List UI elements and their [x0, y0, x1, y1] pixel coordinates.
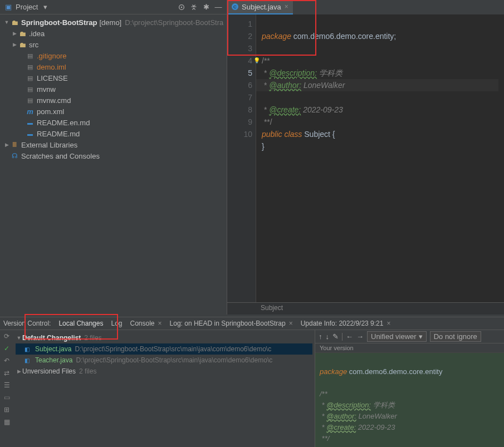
revert-icon[interactable]: ↶ — [4, 357, 9, 365]
file-icon — [26, 85, 35, 94]
close-icon[interactable]: × — [158, 320, 162, 327]
tree-pom[interactable]: pom.xml — [16, 106, 227, 117]
tab-console[interactable]: Console — [130, 320, 154, 327]
tree-src[interactable]: src — [8, 39, 227, 50]
chevron-down-icon: ▾ — [419, 332, 423, 341]
close-icon[interactable]: × — [289, 320, 293, 327]
default-changelist[interactable]: ▼ Default Changelist 2 files — [16, 332, 312, 343]
file-icon — [26, 51, 35, 60]
tree-readme-en[interactable]: README.en.md — [16, 117, 227, 128]
editor-tab-bar: C Subject.java × — [227, 0, 504, 14]
diff-toolbar: ↑ ↓ ✎ ← → Unified viewer▾ Do not ignore — [315, 330, 504, 343]
editor-tab-label: Subject.java — [242, 3, 281, 11]
tree-demo-iml[interactable]: demo.iml — [16, 61, 227, 72]
arrow-down-icon[interactable]: ↓ — [326, 332, 330, 341]
tree-readme[interactable]: README.md — [16, 128, 227, 139]
chevron-down-icon[interactable]: ▾ — [40, 2, 50, 12]
folder-icon — [18, 29, 27, 38]
editor-body[interactable]: 1 2 3 💡4 5 6 7 8 9 10 package com.demo6.… — [227, 14, 504, 302]
library-icon — [10, 140, 19, 149]
collapse-all-icon[interactable] — [189, 2, 199, 12]
changed-file-subject[interactable]: ◧ Subject.java D:\project\Springboot-Boo… — [16, 343, 312, 355]
file-icon — [26, 73, 35, 82]
project-panel: ▣ Project ▾ ✱ — Springboot-BootStrap [de… — [0, 0, 227, 315]
target-icon[interactable] — [177, 2, 187, 12]
unversioned-files[interactable]: ▶ Unversioned Files 2 files — [16, 366, 312, 377]
gear-icon[interactable]: ✱ — [201, 2, 211, 12]
java-file-icon: ◧ — [25, 357, 30, 364]
markdown-icon — [26, 118, 35, 127]
java-file-icon: ◧ — [25, 346, 30, 352]
diff-icon[interactable]: ⇄ — [4, 369, 9, 377]
tree-license[interactable]: LICENSE — [16, 72, 227, 83]
file-icon — [26, 62, 35, 71]
tab-local-changes[interactable]: Local Changes — [58, 320, 103, 327]
project-title: Project — [16, 3, 38, 11]
diff-content[interactable]: package com.demo6.demo.core.entity /** *… — [315, 353, 504, 447]
viewer-mode-combo[interactable]: Unified viewer▾ — [367, 331, 427, 342]
commit-icon[interactable]: ✓ — [4, 345, 9, 352]
project-panel-header: ▣ Project ▾ ✱ — — [0, 0, 227, 14]
changelist-icon[interactable]: ☰ — [4, 381, 10, 389]
minimize-icon[interactable]: — — [213, 2, 223, 12]
project-icon: ▣ — [3, 2, 13, 12]
code-area[interactable]: package com.demo6.demo.core.entity; /** … — [256, 14, 504, 302]
java-class-icon: C — [232, 3, 238, 10]
diff-viewer: ↑ ↓ ✎ ← → Unified viewer▾ Do not ignore … — [315, 330, 504, 447]
tree-mvnw-cmd[interactable]: mvnw.cmd — [16, 95, 227, 106]
arrow-left-icon[interactable]: ← — [346, 332, 353, 341]
vc-side-toolbar: ⟳ ✓ ↶ ⇄ ☰ ▭ ⊞ ▦ — [0, 330, 13, 447]
breadcrumb[interactable]: Subject — [227, 302, 504, 315]
gutter: 1 2 3 💡4 5 6 7 8 9 10 — [227, 14, 256, 302]
tree-scratches[interactable]: Scratches and Consoles — [0, 150, 227, 161]
refresh-icon[interactable]: ⟳ — [4, 332, 9, 340]
maven-icon — [26, 107, 35, 116]
tab-update-info[interactable]: Update Info: 2022/9/23 9:21 — [301, 320, 384, 327]
version-control-tabs: Version Control: Local Changes Log Conso… — [0, 317, 504, 330]
ignore-combo[interactable]: Do not ignore — [430, 331, 481, 342]
scratches-icon — [10, 151, 19, 160]
tree-ext-libs[interactable]: External Libraries — [0, 139, 227, 150]
tree-mvnw[interactable]: mvnw — [16, 83, 227, 95]
tab-log[interactable]: Log — [111, 320, 122, 327]
bulb-icon[interactable]: 💡 — [253, 55, 260, 67]
project-tree[interactable]: Springboot-BootStrap [demo] D:\project\S… — [0, 14, 227, 315]
close-icon[interactable]: × — [386, 320, 390, 327]
folder-icon — [10, 18, 19, 27]
arrow-up-icon[interactable]: ↑ — [319, 332, 322, 341]
svg-point-1 — [181, 6, 183, 8]
arrow-right-icon[interactable]: → — [356, 332, 364, 341]
vc-label: Version Control: — [3, 320, 51, 327]
changed-file-teacher[interactable]: ◧ Teacher.java D:\project\Springboot-Boo… — [16, 355, 312, 366]
your-version-label: Your version — [315, 343, 504, 353]
file-icon — [26, 96, 35, 105]
folder-icon — [18, 40, 27, 49]
changes-tree[interactable]: ▼ Default Changelist 2 files ◧ Subject.j… — [13, 330, 315, 447]
tree-idea[interactable]: .idea — [8, 28, 227, 39]
edit-icon[interactable]: ✎ — [332, 332, 339, 341]
markdown-icon — [26, 129, 35, 138]
tree-gitignore[interactable]: .gitignore — [16, 50, 227, 61]
tree-root[interactable]: Springboot-BootStrap [demo] D:\project\S… — [0, 17, 227, 28]
tab-head-log[interactable]: Log: on HEAD in Springboot-BootStrap — [170, 320, 286, 327]
editor-tab-subject[interactable]: C Subject.java × — [227, 0, 293, 14]
version-control-body: ⟳ ✓ ↶ ⇄ ☰ ▭ ⊞ ▦ ▼ Default Changelist 2 f… — [0, 330, 504, 447]
close-tab-icon[interactable]: × — [285, 3, 288, 11]
expand-icon[interactable]: ⊞ — [4, 406, 9, 414]
group-icon[interactable]: ▦ — [4, 418, 10, 426]
editor-panel: C Subject.java × 1 2 3 💡4 5 6 7 8 9 10 p… — [227, 0, 504, 315]
shelf-icon[interactable]: ▭ — [4, 394, 10, 401]
